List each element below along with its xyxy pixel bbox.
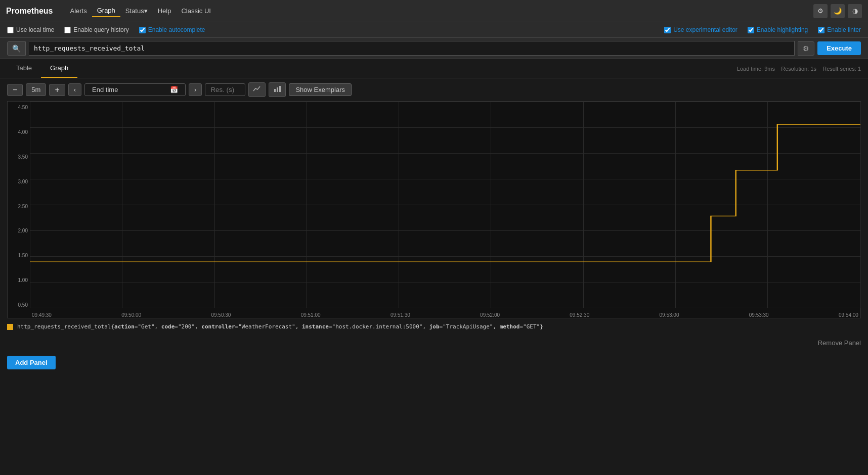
x-label-1: 09:50:00 [121, 312, 141, 318]
duration-display: 5m [26, 83, 46, 96]
search-settings-btn[interactable]: ⚙ [798, 41, 814, 56]
x-label-0: 09:49:30 [32, 312, 52, 318]
add-panel-btn[interactable]: Add Panel [7, 356, 56, 369]
chart-container: 4.50 4.00 3.50 3.00 2.50 2.00 1.50 1.00 … [7, 101, 861, 318]
svg-rect-0 [274, 89, 276, 92]
enable-linter-checkbox[interactable] [818, 27, 824, 33]
grid-line-v-9 [860, 102, 861, 308]
y-axis: 4.50 4.00 3.50 3.00 2.50 2.00 1.50 1.00 … [8, 102, 30, 308]
x-axis: 09:49:30 09:50:00 09:50:30 09:51:00 09:5… [30, 308, 860, 318]
y-label-5: 2.00 [8, 228, 28, 233]
x-label-6: 09:52:30 [570, 312, 589, 318]
x-label-3: 09:51:00 [301, 312, 321, 318]
x-label-4: 09:51:30 [390, 312, 410, 318]
tabs-row: Table Graph Load time: 9ms Resolution: 1… [0, 59, 868, 78]
enable-query-history-checkbox[interactable] [64, 27, 71, 33]
enable-highlighting-checkbox[interactable] [748, 27, 754, 33]
use-experimental-editor-label[interactable]: Use experimental editor [664, 26, 737, 33]
next-time-btn[interactable]: › [189, 83, 202, 96]
nav-graph[interactable]: Graph [92, 5, 120, 17]
legend-series-label[interactable]: http_requests_received_total{action="Get… [17, 323, 543, 330]
duration-minus-btn[interactable]: − [7, 84, 23, 96]
enable-linter-label[interactable]: Enable linter [818, 26, 861, 33]
show-exemplars-btn[interactable]: Show Exemplars [289, 83, 352, 96]
y-label-2: 3.50 [8, 154, 28, 160]
nav-alerts[interactable]: Alerts [65, 5, 92, 17]
chart-svg [30, 102, 860, 308]
y-label-8: 0.50 [8, 302, 28, 308]
theme-circle-btn[interactable]: ◑ [848, 4, 862, 18]
y-label-3: 3.00 [8, 179, 28, 184]
use-experimental-editor-checkbox[interactable] [664, 27, 671, 33]
remove-panel-btn[interactable]: Remove Panel [818, 339, 861, 347]
y-label-6: 1.50 [8, 253, 28, 258]
brand: Prometheus [6, 7, 53, 16]
x-label-8: 09:53:30 [749, 312, 769, 318]
tab-graph[interactable]: Graph [41, 59, 77, 78]
x-label-7: 09:53:00 [660, 312, 679, 318]
theme-moon-btn[interactable]: 🌙 [831, 4, 845, 18]
search-icon-btn[interactable]: 🔍 [7, 41, 26, 56]
x-label-9: 09:54:00 [839, 312, 858, 318]
y-label-7: 1.00 [8, 277, 28, 283]
svg-rect-2 [279, 86, 281, 92]
enable-autocomplete-checkbox[interactable] [139, 27, 146, 33]
enable-autocomplete-label[interactable]: Enable autocomplete [139, 26, 205, 33]
duration-plus-btn[interactable]: + [49, 84, 65, 96]
nav-help[interactable]: Help [153, 5, 177, 17]
line-chart-icon [253, 85, 261, 93]
end-time-label: End time [92, 86, 118, 93]
result-series: Result series: 1 [822, 66, 861, 72]
resolution-input[interactable] [205, 83, 245, 96]
chart-inner: 4.50 4.00 3.50 3.00 2.50 2.00 1.50 1.00 … [8, 102, 860, 318]
y-label-0: 4.50 [8, 105, 28, 110]
line-chart-btn[interactable] [248, 82, 266, 97]
enable-highlighting-label[interactable]: Enable highlighting [748, 26, 808, 33]
bar-chart-btn[interactable] [269, 82, 286, 97]
toolbar: Use local time Enable query history Enab… [0, 22, 868, 38]
end-time-display[interactable]: End time 📅 [84, 83, 186, 96]
load-info: Load time: 9ms Resolution: 1s Result ser… [737, 66, 861, 72]
y-label-1: 4.00 [8, 129, 28, 135]
search-row: 🔍 ⚙ Execute [0, 38, 868, 59]
search-input[interactable] [29, 41, 795, 56]
x-label-2: 09:50:30 [211, 312, 231, 318]
add-panel-row: Add Panel [0, 351, 868, 374]
nav-classic-ui[interactable]: Classic UI [176, 5, 216, 17]
legend-area: http_requests_received_total{action="Get… [0, 318, 868, 335]
execute-button[interactable]: Execute [817, 41, 861, 55]
graph-controls: − 5m + ‹ End time 📅 › Show Exemplars [0, 78, 868, 101]
y-label-4: 2.50 [8, 204, 28, 209]
calendar-icon: 📅 [170, 86, 178, 93]
prev-time-btn[interactable]: ‹ [68, 83, 81, 96]
settings-icon-btn[interactable]: ⚙ [813, 4, 828, 18]
tab-table[interactable]: Table [7, 59, 41, 78]
footer-row: Remove Panel [0, 335, 868, 351]
nav-status[interactable]: Status [120, 5, 153, 17]
use-local-time-checkbox[interactable] [7, 27, 14, 33]
legend-color-box [7, 324, 13, 330]
chart-plot [30, 102, 860, 308]
resolution: Resolution: 1s [781, 66, 816, 72]
enable-query-history-label[interactable]: Enable query history [64, 26, 128, 33]
bar-chart-icon [273, 85, 281, 93]
navbar: Prometheus Alerts Graph Status Help Clas… [0, 0, 868, 22]
load-time: Load time: 9ms [737, 66, 775, 72]
nav-icon-group: ⚙ 🌙 ◑ [813, 4, 862, 18]
svg-rect-1 [277, 87, 278, 92]
x-label-5: 09:52:00 [480, 312, 500, 318]
use-local-time-label[interactable]: Use local time [7, 26, 54, 33]
